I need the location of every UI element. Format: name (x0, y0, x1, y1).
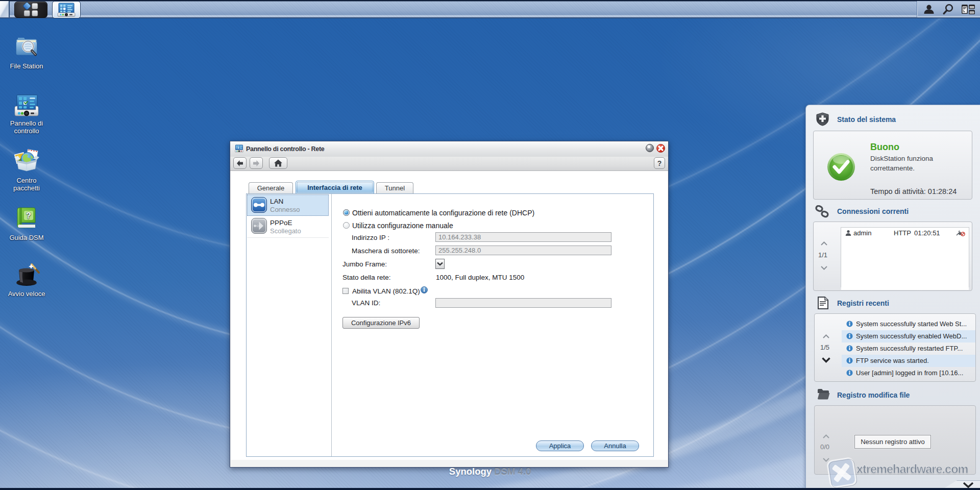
svg-text:?: ? (26, 211, 31, 220)
